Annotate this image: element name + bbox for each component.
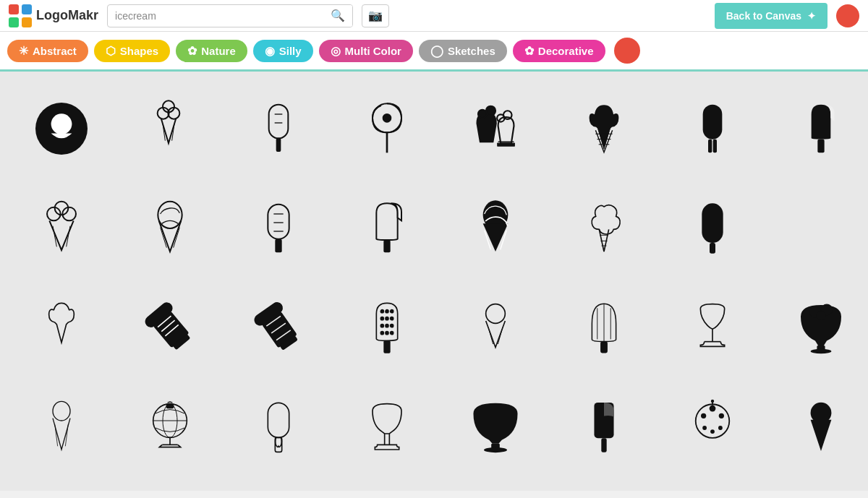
more-categories-button[interactable]	[614, 38, 640, 64]
search-input[interactable]	[108, 10, 323, 22]
category-bar: ✳ Abstract ⬡ Shapes ✿ Nature ◉ Silly ◎ M…	[0, 32, 868, 72]
icon-tube[interactable]	[116, 278, 224, 378]
icon-popsicle-solid[interactable]	[658, 179, 767, 278]
icon-small-cone-filled[interactable]	[767, 378, 868, 478]
category-silly[interactable]: ◉ Silly	[253, 40, 313, 62]
icon-dripping-popsicle[interactable]	[224, 378, 333, 478]
upload-button[interactable]: 📷	[362, 4, 389, 27]
category-nature[interactable]: ✿ Nature	[176, 40, 247, 62]
icon-triple-cone[interactable]	[116, 79, 224, 179]
icon-scoop-circle[interactable]	[7, 79, 116, 179]
icon-bitten-bar-outline[interactable]	[333, 179, 441, 278]
category-abstract[interactable]: ✳ Abstract	[7, 40, 88, 62]
icon-empty-1[interactable]	[767, 179, 868, 278]
icon-bitten-popsicle[interactable]	[767, 79, 868, 179]
svg-line-77	[498, 327, 503, 344]
icon-dotted-popsicle[interactable]	[333, 278, 441, 378]
arch-popsicle-svg	[575, 299, 633, 357]
svg-rect-74	[383, 340, 390, 353]
svg-point-66	[386, 317, 388, 320]
svg-point-112	[711, 400, 714, 403]
svg-point-65	[380, 317, 383, 320]
svg-point-86	[817, 311, 826, 320]
svg-point-69	[386, 325, 388, 327]
svg-rect-43	[383, 240, 390, 252]
shapes-icon: ⬡	[106, 44, 116, 58]
icon-fancy-scoop[interactable]	[550, 179, 658, 278]
svg-rect-24	[497, 143, 515, 146]
search-bar[interactable]: 🔍	[107, 4, 353, 27]
svg-point-101	[484, 447, 507, 452]
svg-rect-30	[713, 139, 717, 153]
icon-triple-cone-outline[interactable]	[7, 179, 116, 278]
search-button[interactable]: 🔍	[323, 5, 352, 27]
svg-rect-49	[710, 243, 715, 254]
icons-area	[0, 72, 868, 491]
icon-parfait[interactable]	[658, 278, 767, 378]
cupcake-cone-svg	[684, 399, 741, 457]
category-shapes[interactable]: ⬡ Shapes	[94, 40, 170, 62]
svg-rect-38	[268, 205, 289, 239]
category-decorative[interactable]: ✿ Decorative	[513, 40, 605, 62]
svg-line-76	[488, 327, 493, 344]
triple-popsicle-outline-svg	[250, 199, 307, 257]
icon-soft-serve[interactable]	[550, 79, 658, 179]
svg-point-62	[380, 310, 383, 313]
nature-label: Nature	[201, 45, 236, 57]
icon-triple-popsicle-outline[interactable]	[224, 179, 333, 278]
svg-rect-31	[817, 139, 824, 153]
globe-sundae-svg	[141, 399, 199, 457]
category-multicolor[interactable]: ◎ Multi Color	[319, 40, 413, 62]
tube-svg	[141, 299, 199, 357]
icon-tube2[interactable]	[224, 278, 333, 378]
logo-area: LogoMakr	[9, 4, 98, 27]
dripping-popsicle-svg	[250, 399, 307, 457]
soft-serve-svg	[575, 100, 633, 158]
icon-bowl-filled[interactable]	[767, 278, 868, 378]
svg-point-5	[51, 113, 72, 134]
icon-popsicle-stick[interactable]	[550, 378, 658, 478]
back-to-canvas-label: Back to Canvas	[726, 10, 801, 22]
bowl-filled-svg	[792, 299, 850, 357]
popsicle-solid-svg	[684, 199, 741, 257]
icon-swirl-filled[interactable]	[441, 179, 550, 278]
svg-point-63	[386, 310, 388, 313]
icon-footed-bowl[interactable]	[333, 378, 441, 478]
header: LogoMakr 🔍 📷 Back to Canvas ✦	[0, 0, 868, 32]
icon-double-popsicle[interactable]	[658, 79, 767, 179]
svg-rect-12	[276, 138, 281, 152]
back-to-canvas-button[interactable]: Back to Canvas ✦	[715, 3, 827, 29]
small-cone-outline-svg	[467, 299, 524, 357]
svg-rect-98	[268, 403, 289, 437]
svg-point-73	[391, 332, 393, 335]
decorative-label: Decorative	[538, 45, 594, 57]
nature-icon: ✿	[187, 44, 197, 58]
svg-rect-95	[166, 404, 174, 409]
bowl-large-filled-svg	[467, 399, 524, 457]
icon-softserve-outline[interactable]	[7, 278, 116, 378]
scoop-circle-svg	[33, 100, 90, 158]
svg-rect-81	[600, 341, 608, 353]
icon-small-cone-outline[interactable]	[441, 278, 550, 378]
icon-arch-popsicle[interactable]	[550, 278, 658, 378]
icon-lollipop[interactable]	[333, 79, 441, 179]
dotted-popsicle-svg	[358, 299, 416, 357]
small-cone-filled-svg	[792, 399, 850, 457]
icon-globe-sundae[interactable]	[116, 378, 224, 478]
icon-ice-cream-cups[interactable]	[441, 79, 550, 179]
icon-swirl-cone-outline[interactable]	[116, 179, 224, 278]
bitten-bar-outline-svg	[358, 199, 416, 257]
icon-bowl-large-filled[interactable]	[441, 378, 550, 478]
icon-thin-cone[interactable]	[7, 378, 116, 478]
abstract-label: Abstract	[33, 45, 77, 57]
multicolor-icon: ◎	[331, 44, 341, 58]
svg-point-75	[486, 304, 506, 324]
svg-rect-42	[275, 239, 281, 253]
icon-popsicle-outline[interactable]	[224, 79, 333, 179]
category-sketches[interactable]: ◯ Sketches	[419, 40, 507, 62]
svg-rect-28	[703, 105, 723, 139]
abstract-icon: ✳	[19, 44, 28, 58]
icon-cupcake-cone[interactable]	[658, 378, 767, 478]
svg-rect-0	[9, 4, 19, 14]
svg-point-70	[391, 325, 393, 327]
